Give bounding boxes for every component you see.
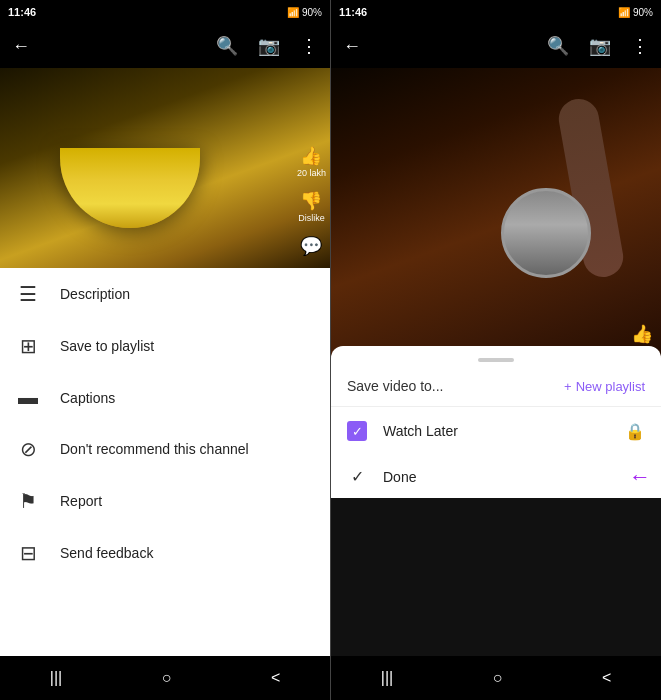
status-bar-right: 11:46 📶 90% xyxy=(331,0,661,24)
save-playlist-label: Save to playlist xyxy=(60,338,154,354)
left-panel: 11:46 📶 90% ← 🔍 📷 ⋮ 👍 20 lakh 👎 Dislike xyxy=(0,0,330,700)
search-icon-right[interactable]: 🔍 xyxy=(543,31,573,61)
watch-later-label: Watch Later xyxy=(383,423,609,439)
camera-icon-right[interactable]: 📷 xyxy=(585,31,615,61)
nav-right-right: 🔍 📷 ⋮ xyxy=(543,31,653,61)
status-icons-left: 📶 90% xyxy=(287,7,322,18)
nav-home-icon-left[interactable]: ○ xyxy=(162,669,172,687)
done-item[interactable]: ✓ Done ← xyxy=(331,455,661,498)
bowl-decoration-right xyxy=(501,188,591,278)
back-button-left[interactable]: ← xyxy=(8,32,34,61)
modal-header: Save video to... + New playlist xyxy=(331,374,661,407)
status-bar-left: 11:46 📶 90% xyxy=(0,0,330,24)
nav-home-icon-right[interactable]: ○ xyxy=(493,669,503,687)
description-label: Description xyxy=(60,286,130,302)
right-panel: 11:46 📶 90% ← 🔍 📷 ⋮ 👍 20 lakh 👎 xyxy=(331,0,661,700)
new-playlist-button[interactable]: + New playlist xyxy=(564,379,645,394)
modal-title: Save video to... xyxy=(347,378,444,394)
save-video-modal: Save video to... + New playlist ✓ Watch … xyxy=(331,346,661,498)
send-feedback-icon: ⊟ xyxy=(16,541,40,565)
status-time-left: 11:46 xyxy=(8,6,36,18)
playlist-item-watch-later[interactable]: ✓ Watch Later 🔒 xyxy=(331,407,661,455)
menu-item-description[interactable]: ☰ Description xyxy=(0,268,330,320)
captions-icon: ▬ xyxy=(16,386,40,409)
bottom-nav-left: ||| ○ < xyxy=(0,656,330,700)
report-icon: ⚑ xyxy=(16,489,40,513)
nav-right-left: 🔍 📷 ⋮ xyxy=(212,31,322,61)
lock-icon: 🔒 xyxy=(625,422,645,441)
more-icon-left[interactable]: ⋮ xyxy=(296,31,322,61)
status-icons-right: 📶 90% xyxy=(618,7,653,18)
report-label: Report xyxy=(60,493,102,509)
video-thumbnail-right: 👍 20 lakh 👎 Dislike 💬 2.5k ↗ Share Save … xyxy=(331,68,661,498)
menu-item-send-feedback[interactable]: ⊟ Send feedback xyxy=(0,527,330,579)
captions-label: Captions xyxy=(60,390,115,406)
back-button-right[interactable]: ← xyxy=(339,32,365,61)
search-icon-left[interactable]: 🔍 xyxy=(212,31,242,61)
nav-bar-right: ← 🔍 📷 ⋮ xyxy=(331,24,661,68)
menu-item-dont-recommend[interactable]: ⊘ Don't recommend this channel xyxy=(0,423,330,475)
plus-icon: + xyxy=(564,379,572,394)
nav-menu-icon-right[interactable]: ||| xyxy=(381,669,393,687)
done-arrow: ← xyxy=(629,464,651,490)
camera-icon-left[interactable]: 📷 xyxy=(254,31,284,61)
done-checkmark: ✓ xyxy=(347,467,367,486)
options-menu: ☰ Description ⊞ Save to playlist ← ▬ Cap… xyxy=(0,268,330,656)
menu-item-report[interactable]: ⚑ Report xyxy=(0,475,330,527)
more-icon-right[interactable]: ⋮ xyxy=(627,31,653,61)
dislike-button-left[interactable]: 👎 Dislike xyxy=(298,190,325,223)
video-action-buttons-left: 👍 20 lakh 👎 Dislike 💬 xyxy=(297,145,326,258)
dont-recommend-icon: ⊘ xyxy=(16,437,40,461)
nav-back-icon-left[interactable]: < xyxy=(271,669,280,687)
thumbnail-image-left xyxy=(0,68,330,268)
nav-menu-icon-left[interactable]: ||| xyxy=(50,669,62,687)
nav-back-icon-right[interactable]: < xyxy=(602,669,611,687)
save-playlist-icon: ⊞ xyxy=(16,334,40,358)
bottom-nav-right: ||| ○ < xyxy=(331,656,661,700)
menu-item-save-to-playlist[interactable]: ⊞ Save to playlist ← xyxy=(0,320,330,372)
comment-button-left[interactable]: 💬 xyxy=(300,235,322,258)
modal-handle xyxy=(478,358,514,362)
nav-bar-left: ← 🔍 📷 ⋮ xyxy=(0,24,330,68)
new-playlist-label: New playlist xyxy=(576,379,645,394)
like-button-left[interactable]: 👍 20 lakh xyxy=(297,145,326,178)
dont-recommend-label: Don't recommend this channel xyxy=(60,441,249,457)
menu-item-captions[interactable]: ▬ Captions xyxy=(0,372,330,423)
video-thumbnail-left: 👍 20 lakh 👎 Dislike 💬 xyxy=(0,68,330,268)
description-icon: ☰ xyxy=(16,282,40,306)
watch-later-checkbox[interactable]: ✓ xyxy=(347,421,367,441)
bowl-decoration xyxy=(60,148,200,228)
done-label: Done xyxy=(383,469,416,485)
send-feedback-label: Send feedback xyxy=(60,545,153,561)
status-time-right: 11:46 xyxy=(339,6,367,18)
